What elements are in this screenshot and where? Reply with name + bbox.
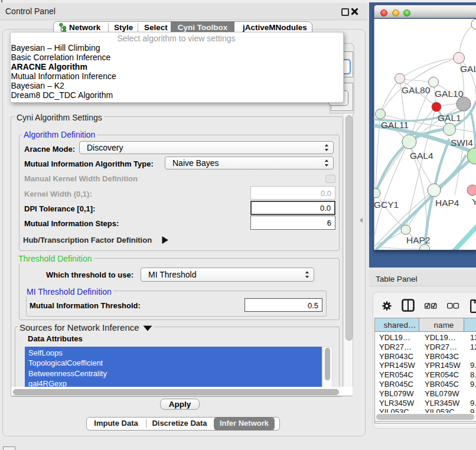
svg-text:GAL3: GAL3 bbox=[460, 64, 476, 74]
svg-text:SWI4: SWI4 bbox=[451, 138, 473, 148]
svg-text:GCY1: GCY1 bbox=[374, 200, 399, 210]
svg-text:HAP4: HAP4 bbox=[435, 198, 459, 208]
svg-text:GAL10: GAL10 bbox=[435, 89, 464, 99]
svg-text:GAL11: GAL11 bbox=[381, 120, 409, 130]
svg-text:GAL1: GAL1 bbox=[438, 113, 461, 123]
svg-text:HAP2: HAP2 bbox=[406, 235, 431, 245]
svg-text:Y: Y bbox=[472, 197, 476, 207]
svg-text:GAL4: GAL4 bbox=[410, 151, 433, 161]
svg-text:GAL80: GAL80 bbox=[402, 85, 431, 95]
